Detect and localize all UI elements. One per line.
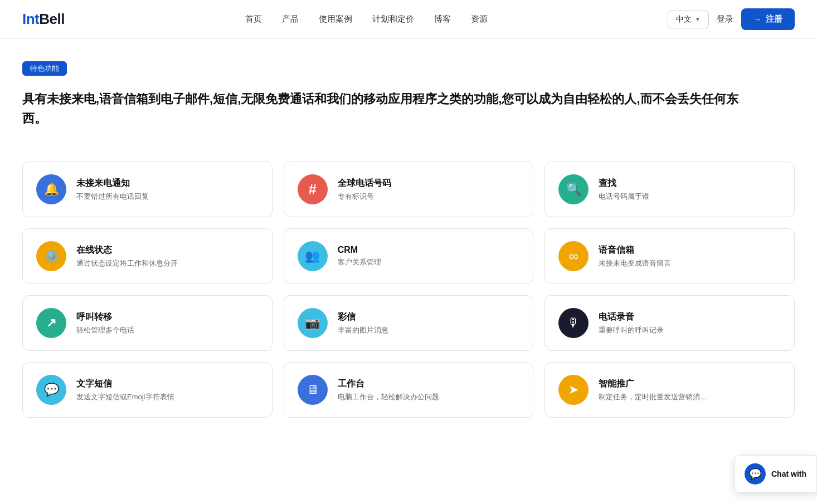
card-title: 工作台 <box>338 378 439 390</box>
feature-icon: 👥 <box>298 241 328 271</box>
nav-home[interactable]: 首页 <box>245 14 262 23</box>
card-text: 呼叫转移 轻松管理多个电话 <box>76 311 134 335</box>
feature-card[interactable]: 🔍 查找 电话号码属于谁 <box>544 162 795 217</box>
card-title: 文字短信 <box>76 378 174 390</box>
card-title: 未接来电通知 <box>76 178 149 189</box>
feature-icon: ↗ <box>36 308 66 338</box>
card-text: 电话录音 重要呼叫的呼叫记录 <box>599 311 664 335</box>
feature-card[interactable]: # 全球电话号码 专有标识号 <box>284 162 534 217</box>
card-desc: 丰富的图片消息 <box>338 325 388 335</box>
feature-icon: 🖥 <box>298 375 328 405</box>
language-label: 中文 <box>676 14 692 25</box>
card-text: 语音信箱 未接来电变成语音留言 <box>599 244 671 268</box>
card-title: 全球电话号码 <box>338 178 391 189</box>
nav-pricing[interactable]: 计划和定价 <box>372 14 414 23</box>
card-text: 未接来电通知 不要错过所有电话回复 <box>76 178 149 202</box>
feature-card[interactable]: 👥 CRM 客户关系管理 <box>284 228 534 284</box>
card-desc: 轻松管理多个电话 <box>76 325 134 335</box>
card-title: 呼叫转移 <box>76 311 134 323</box>
card-title: CRM <box>338 245 381 255</box>
feature-card[interactable]: ➤ 智能推广 制定任务，定时批量发送营销消… <box>544 362 795 418</box>
card-text: 全球电话号码 专有标识号 <box>338 178 391 202</box>
register-label: 注册 <box>766 14 782 25</box>
card-desc: 专有标识号 <box>338 192 391 202</box>
feature-grid: 🔔 未接来电通知 不要错过所有电话回复 # 全球电话号码 专有标识号 🔍 查找 … <box>0 139 817 440</box>
hero-section: 特色功能 具有未接来电,语音信箱到电子邮件,短信,无限免费通话和我们的移动应用程… <box>0 39 817 139</box>
feature-card[interactable]: 💬 文字短信 发送文字短信或Emoji字符表情 <box>22 362 273 418</box>
feature-card[interactable]: ∞ 语音信箱 未接来电变成语音留言 <box>544 228 795 284</box>
login-button[interactable]: 登录 <box>717 14 733 25</box>
chevron-down-icon: ▼ <box>695 16 701 22</box>
card-desc: 通过状态设定将工作和休息分开 <box>76 258 178 268</box>
nav-links: 首页 产品 使用案例 计划和定价 博客 资源 <box>245 14 488 25</box>
card-title: 在线状态 <box>76 244 178 256</box>
logo-int: Int <box>22 11 39 27</box>
feature-icon: 🔍 <box>558 174 589 204</box>
card-desc: 发送文字短信或Emoji字符表情 <box>76 392 174 402</box>
register-button[interactable]: → 注册 <box>741 8 795 30</box>
feature-icon: ➤ <box>558 375 589 405</box>
nav-product[interactable]: 产品 <box>282 14 299 23</box>
card-title: 查找 <box>599 178 649 189</box>
card-text: 在线状态 通过状态设定将工作和休息分开 <box>76 244 178 268</box>
feature-card[interactable]: 🎙 电话录音 重要呼叫的呼叫记录 <box>544 295 795 351</box>
card-text: 智能推广 制定任务，定时批量发送营销消… <box>599 378 707 402</box>
hero-title: 具有未接来电,语音信箱到电子邮件,短信,无限免费通话和我们的移动应用程序之类的功… <box>22 89 747 128</box>
card-title: 电话录音 <box>599 311 664 323</box>
feature-icon: # <box>298 174 328 204</box>
nav-cases[interactable]: 使用案例 <box>319 14 352 23</box>
card-desc: 客户关系管理 <box>338 257 381 267</box>
card-desc: 重要呼叫的呼叫记录 <box>599 325 664 335</box>
card-desc: 未接来电变成语音留言 <box>599 258 671 268</box>
card-text: 查找 电话号码属于谁 <box>599 178 649 202</box>
feature-icon: ⚙️ <box>36 241 66 271</box>
feature-card[interactable]: ⚙️ 在线状态 通过状态设定将工作和休息分开 <box>22 228 273 284</box>
feature-card[interactable]: ↗ 呼叫转移 轻松管理多个电话 <box>22 295 273 351</box>
card-desc: 不要错过所有电话回复 <box>76 192 149 202</box>
card-text: 文字短信 发送文字短信或Emoji字符表情 <box>76 378 174 402</box>
nav-right: 中文 ▼ 登录 → 注册 <box>668 8 795 30</box>
feature-icon: ∞ <box>558 241 589 271</box>
nav-blog[interactable]: 博客 <box>434 14 451 23</box>
feature-icon: 📷 <box>298 308 328 338</box>
feature-badge: 特色功能 <box>22 61 67 76</box>
feature-icon: 💬 <box>36 375 66 405</box>
logo[interactable]: IntBell <box>22 11 65 28</box>
card-title: 语音信箱 <box>599 244 671 256</box>
card-desc: 制定任务，定时批量发送营销消… <box>599 392 707 402</box>
feature-icon: 🎙 <box>558 308 589 338</box>
card-text: CRM 客户关系管理 <box>338 245 381 267</box>
card-text: 工作台 电脑工作台，轻松解决办公问题 <box>338 378 439 402</box>
feature-card[interactable]: 📷 彩信 丰富的图片消息 <box>284 295 534 351</box>
feature-icon: 🔔 <box>36 174 66 204</box>
card-desc: 电脑工作台，轻松解决办公问题 <box>338 392 439 402</box>
card-title: 智能推广 <box>599 378 707 390</box>
feature-card[interactable]: 🖥 工作台 电脑工作台，轻松解决办公问题 <box>284 362 534 418</box>
card-title: 彩信 <box>338 311 388 323</box>
card-desc: 电话号码属于谁 <box>599 192 649 202</box>
logo-bell: Bell <box>39 11 65 27</box>
arrow-icon: → <box>753 15 761 24</box>
feature-card[interactable]: 🔔 未接来电通知 不要错过所有电话回复 <box>22 162 273 217</box>
nav-resources[interactable]: 资源 <box>471 14 488 23</box>
card-text: 彩信 丰富的图片消息 <box>338 311 388 335</box>
language-selector[interactable]: 中文 ▼ <box>668 11 709 28</box>
